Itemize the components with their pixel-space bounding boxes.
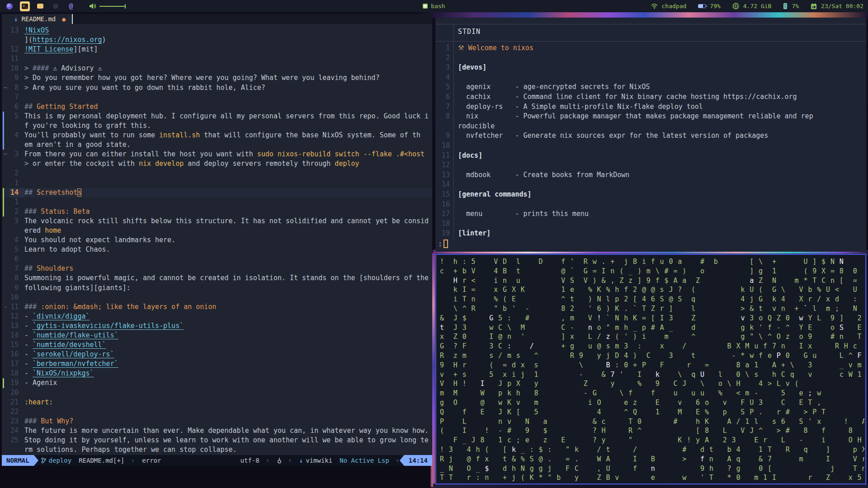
editor-line: 4You'll probably want to run some instal… xyxy=(2,131,432,140)
markdown-down-arrow-icon: ↓ xyxy=(14,15,18,23)
matrix-row: g O @ w K v m i O e z E v 6 o v F U 3 C … xyxy=(440,398,864,408)
firefox-icon[interactable] xyxy=(5,1,14,11)
terminal-icon[interactable]: >_ xyxy=(20,1,30,11)
launcher-icons: >_ ⚙ @ xyxy=(0,1,125,11)
system-indicators: chadpad 79% 4.72 GiB 7% 23/Sat 00:02 xyxy=(651,3,868,9)
editor-line: 24The future is more uncertain than ever… xyxy=(2,426,432,436)
editor-line: 17- `berberman/nvfetcher` xyxy=(2,359,432,369)
axe-icon: ⚒ xyxy=(458,44,464,52)
volume-control[interactable] xyxy=(90,3,125,9)
matrix-row: ! h : 5 V D l D f ' R w . + j B i f u 0 … xyxy=(440,257,864,267)
matrix-row: 9 H r ( = d x s \ B : 0 + P F r = 8 a 1 … xyxy=(440,361,864,370)
diagnostic-label: error xyxy=(142,457,161,464)
git-sign-green xyxy=(3,207,4,216)
editor-line: 5This is my personal deployment hub. I c… xyxy=(2,112,432,121)
editor-line: 6 xyxy=(2,254,432,264)
chevron-left-icon: ‹ xyxy=(288,456,292,465)
matrix-row: \ ^ R " b ' - 8 2 ' 6 ) K . ` T Z r ] l … xyxy=(440,304,864,314)
chevron-left-icon: ‹ xyxy=(266,456,270,465)
pager-line: 14 xyxy=(435,180,866,190)
window-title-text: bash xyxy=(431,3,445,9)
pager-line: 16 xyxy=(435,200,866,210)
gear-icon[interactable]: ⚙ xyxy=(51,1,61,11)
modified-dot-icon: ● xyxy=(62,16,66,23)
pager-line: 12 xyxy=(435,160,866,170)
editor-line: 7 xyxy=(2,93,432,102)
git-sign-blue xyxy=(3,131,4,140)
editor-line: 7## Shoulders xyxy=(2,264,432,273)
matrix-row: & J $ G 5 : # , m V ! ` N h K = [ I 3 Z … xyxy=(440,314,864,323)
editor-line: 15- `numtide/devshell` xyxy=(2,340,432,350)
matrix-row: _ N O _ $ d h N g g j F C , U f n 9 h ? … xyxy=(440,464,864,474)
pager-line: 11[docs] xyxy=(435,151,866,161)
wallpaper-strip-top xyxy=(420,12,868,18)
memory-usage: 4.72 GiB xyxy=(743,3,772,9)
editor-line: 21:heart: xyxy=(2,398,432,407)
matrix-row: ( I ! - # 9 $ ? H R ^ [ 8 L V J ^ > # 8 … xyxy=(440,426,864,436)
editor-line: 12!MIT License][mit] xyxy=(2,45,432,54)
editor-line: 11 xyxy=(2,54,432,64)
window-icon xyxy=(423,4,428,9)
pager-line: 9 nvfetcher - Generate nix sources expr … xyxy=(435,131,866,141)
editor-line: 25Stop doing it by yourself, unless we l… xyxy=(2,436,432,445)
editor-line: em aren't in a good state. xyxy=(2,140,432,150)
tabbar-caret xyxy=(72,14,73,24)
editor-line: 2### Status: Beta xyxy=(2,207,432,216)
datetime: 23/Sat 00:02 xyxy=(821,3,863,9)
editor-line: 19- Agenix xyxy=(2,378,432,388)
editor-line: ered home xyxy=(2,226,432,235)
chevron-left-icon: ‹ xyxy=(396,456,400,465)
tab-readme[interactable]: ↓ README.md ● xyxy=(2,14,72,24)
pager-line: 10 xyxy=(435,141,866,151)
tab-filename: README.md xyxy=(21,15,56,23)
editor-line: 12- `divnix/digga` xyxy=(2,312,432,321)
editor-line: 14## Screetshots xyxy=(2,188,432,197)
editor-line: 10> #### ⚠ Advisory ⚠ xyxy=(2,64,432,73)
speaker-icon xyxy=(90,3,96,9)
matrix-row: R j @ f x t & % S @ . = . W A I B > f n … xyxy=(440,455,864,464)
filetype-icon: ↓ xyxy=(299,457,303,464)
pager-line: 13 mdbook - Create books from MarkDown xyxy=(435,170,866,180)
editor-line: 8Summoning is powerful magic, and cannot… xyxy=(2,273,432,283)
matrix-row: R z m s / m s ^ R 9 y j D 4 ) C 3 t - * … xyxy=(440,351,864,361)
git-sign-blue xyxy=(3,140,4,150)
editor-line: 10 xyxy=(2,293,432,302)
pager-terminal-window: STDIN 1⚒Welcome to nixos23[devos]45 agen… xyxy=(435,18,866,252)
editor-line: 18- `NixOS/nixpkgs` xyxy=(2,369,432,378)
ram-icon xyxy=(783,3,788,9)
chat-icon[interactable] xyxy=(35,1,45,11)
editor-line: 2 xyxy=(2,169,432,178)
encoding-label: utf-8 xyxy=(241,457,259,464)
desktop: { "topbar": { "window_title": "bash", "l… xyxy=(0,0,868,488)
matrix-row: t J 3 w C \ M C - n o " m h _ p # A _ d … xyxy=(440,323,864,333)
calendar-icon xyxy=(811,3,817,9)
git-branch[interactable]: deploy xyxy=(41,457,72,464)
editor-line: -11### :onion: &mdash; like the layers o… xyxy=(2,302,432,312)
editor-line: ~8> Are you sure you want to go down thi… xyxy=(2,83,432,93)
editor-line: 22 xyxy=(2,407,432,417)
lsp-status: No Active Lsp xyxy=(340,457,389,464)
git-sign-green xyxy=(3,378,4,388)
wifi-icon xyxy=(651,4,658,9)
clock-chip: 14:14 xyxy=(404,455,432,466)
volume-slider[interactable] xyxy=(99,6,125,7)
editor-statusline: NORMAL deploy README.md[+] › error utf-8… xyxy=(2,455,432,466)
matrix-content[interactable]: ! h : 5 V D l D f ' R w . + j B i f u 0 … xyxy=(440,257,864,483)
pager-line: 5 agenix - age-encrypted secrets for Nix… xyxy=(435,82,866,92)
cpu-icon xyxy=(732,3,739,9)
pager-line: 6 cachix - Command line client for Nix b… xyxy=(435,92,866,102)
matrix-row: k I = x G X K 1 e % K % h f 2 @ @ s J ? … xyxy=(440,285,864,295)
top-status-bar: >_ ⚙ @ bash chadpad 79% 4.72 GiB 7% xyxy=(0,0,868,12)
statusline-filename: README.md[+] xyxy=(79,457,124,464)
editor-line: 9following giants][giants]: xyxy=(2,283,432,293)
at-mentions-icon[interactable]: @ xyxy=(66,1,76,11)
pager-rule-top xyxy=(435,24,866,24)
editor-line: 23### But Why? xyxy=(2,417,432,426)
pager-prompt[interactable]: : xyxy=(438,239,448,248)
pager-line: 1⚒Welcome to nixos xyxy=(435,43,866,53)
matrix-row: m M W p k h 8 - G \ f f u u u % < m - 5 … xyxy=(440,389,864,398)
git-sign-green xyxy=(3,188,4,197)
pager-content[interactable]: 1⚒Welcome to nixos23[devos]45 agenix - a… xyxy=(435,43,866,239)
editor-buffer[interactable]: 13!NixOS](https://nixos.org)12!MIT Licen… xyxy=(2,26,432,455)
pager-line: 19[linter] xyxy=(435,229,866,239)
